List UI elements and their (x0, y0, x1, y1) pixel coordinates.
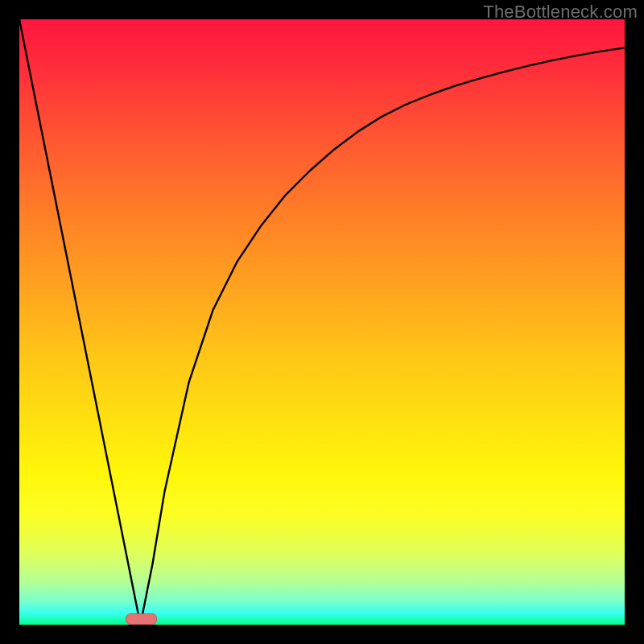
optimal-region-marker (126, 613, 158, 625)
plot-area (19, 19, 625, 625)
bottleneck-chart: TheBottleneck.com (0, 0, 644, 644)
bottleneck-curve (19, 19, 625, 625)
